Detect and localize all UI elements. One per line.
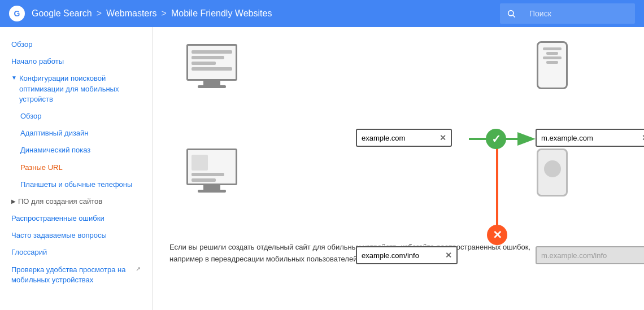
url1-close[interactable]: ✕: [440, 133, 446, 142]
url2-text: m.example.com: [541, 134, 637, 142]
url-box-2: m.example.com ✕: [536, 129, 644, 147]
breadcrumb-sep1: >: [97, 8, 102, 19]
sidebar-item-obzor2[interactable]: Обзор: [0, 108, 152, 125]
diagram: example.com ✕ m.example.com ✕ example.co…: [169, 38, 610, 230]
url2-close[interactable]: ✕: [642, 133, 644, 142]
sidebar-item-po[interactable]: ▶ ПО для создания сайтов: [0, 193, 152, 210]
sidebar-item-planshety[interactable]: Планшеты и обычные телефоны: [0, 176, 152, 193]
breadcrumb: Google Search > Webmasters > Mobile Frie…: [32, 8, 493, 19]
header: G Google Search > Webmasters > Mobile Fr…: [0, 0, 644, 27]
google-logo: G: [9, 6, 25, 21]
url3-close[interactable]: ✕: [445, 251, 452, 260]
sidebar-item-konfiguratsii[interactable]: Конфигурации поисковой оптимизации для м…: [19, 73, 141, 104]
main-content: example.com ✕ m.example.com ✕ example.co…: [153, 27, 644, 310]
description-line1: Если вы решили создать отдельный сайт дл…: [169, 243, 530, 251]
sidebar-item-adaptivnyi[interactable]: Адаптивный дизайн: [0, 125, 152, 142]
check-circle: ✓: [486, 129, 506, 149]
sidebar-item-rasprostranennye[interactable]: Распространенные ошибки: [0, 210, 152, 227]
breadcrumb-part2[interactable]: Webmasters: [106, 8, 157, 19]
url-box-4: m.example.com/info ✕: [536, 246, 644, 264]
sidebar-item-po-label: ПО для создания сайтов: [18, 197, 102, 207]
sidebar-item-nachalo[interactable]: Начало работы: [0, 53, 152, 70]
search-button[interactable]: [500, 3, 523, 24]
breadcrumb-sep2: >: [162, 8, 167, 19]
url-box-3: example.com/info ✕: [356, 246, 458, 264]
breadcrumb-part3: Mobile Friendly Websites: [171, 8, 272, 19]
sidebar-item-obzor[interactable]: Обзор: [0, 36, 152, 53]
url4-text: m.example.com/info: [541, 251, 643, 260]
page-layout: Обзор Начало работы ▼ Конфигурации поиск…: [0, 27, 644, 310]
sidebar-item-proverka[interactable]: Проверка удобства просмотра на мобильных…: [0, 261, 152, 289]
search-bar: [500, 3, 635, 24]
svg-line-1: [513, 15, 515, 18]
url3-text: example.com/info: [362, 251, 441, 260]
sidebar-item-chasto[interactable]: Часто задаваемые вопросы: [0, 227, 152, 244]
search-input[interactable]: [523, 3, 635, 24]
svg-point-0: [508, 11, 514, 16]
url-box-1: example.com ✕: [356, 129, 452, 147]
url1-text: example.com: [362, 134, 435, 142]
cross-circle: ✕: [487, 225, 507, 245]
sidebar-item-raznye[interactable]: Разные URL: [0, 159, 152, 176]
sidebar-item-dinamicheskiy[interactable]: Динамический показ: [0, 142, 152, 159]
sidebar-item-glossariy[interactable]: Глоссарий: [0, 244, 152, 261]
breadcrumb-part1[interactable]: Google Search: [32, 8, 92, 19]
section-arrow: ▶: [11, 198, 16, 206]
expand-arrow: ▼: [11, 75, 17, 81]
external-link-icon: ↗: [136, 265, 141, 273]
sidebar-item-proverka-label: Проверка удобства просмотра на мобильных…: [11, 265, 133, 285]
sidebar: Обзор Начало работы ▼ Конфигурации поиск…: [0, 27, 153, 310]
description-line2: например в переадресации мобильных польз…: [169, 255, 359, 263]
